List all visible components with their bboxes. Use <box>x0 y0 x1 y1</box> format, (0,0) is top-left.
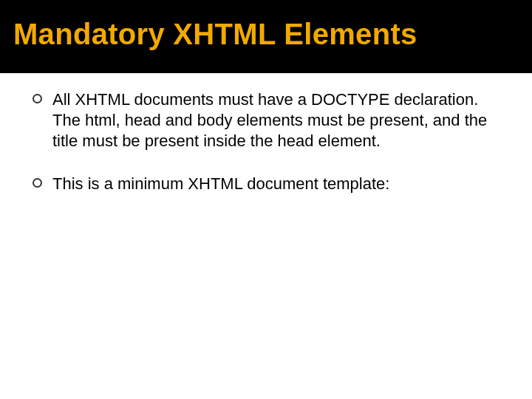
bullet-icon <box>33 94 42 103</box>
bullet-text: This is a minimum XHTML document templat… <box>52 174 389 194</box>
bullet-icon <box>33 178 42 188</box>
bullet-text: All XHTML documents must have a DOCTYPE … <box>52 89 499 151</box>
list-item: All XHTML documents must have a DOCTYPE … <box>33 89 499 151</box>
slide: Mandatory XHTML Elements All XHTML docum… <box>0 0 532 399</box>
slide-body: All XHTML documents must have a DOCTYPE … <box>0 73 532 195</box>
list-item: This is a minimum XHTML document templat… <box>33 174 499 194</box>
slide-title: Mandatory XHTML Elements <box>13 18 519 51</box>
title-band: Mandatory XHTML Elements <box>0 0 532 73</box>
